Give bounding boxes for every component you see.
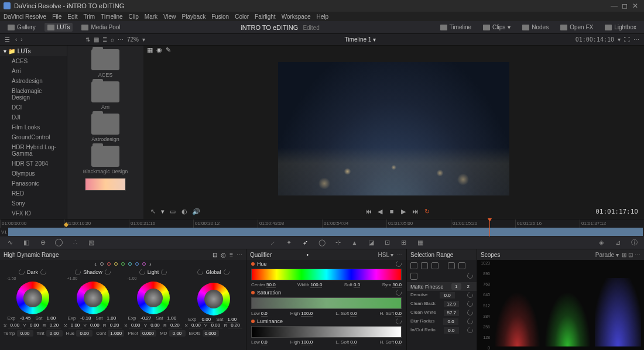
color-wheel[interactable]	[77, 282, 109, 314]
menu-playback[interactable]: Playback	[182, 13, 206, 20]
prev-frame-icon[interactable]: ◀	[376, 208, 383, 215]
split-view-icon[interactable]: ▭	[169, 208, 176, 215]
sat-hsoft[interactable]: 0.0	[395, 311, 402, 317]
wheel-reset-icon[interactable]	[18, 268, 26, 276]
hue-width[interactable]: 100.0	[310, 282, 322, 288]
matte-tab-2[interactable]: 2	[464, 283, 473, 290]
sidebar-item-sony[interactable]: Sony	[0, 198, 67, 208]
sat-high[interactable]: 100.0	[301, 311, 313, 317]
timeline-name[interactable]: Timeline 1 ▾	[150, 36, 571, 43]
color-wheel[interactable]	[137, 282, 170, 314]
rgb-mixer-icon[interactable]: ∴	[71, 239, 79, 247]
sat-reset-icon[interactable]	[395, 289, 403, 297]
curves2-icon[interactable]: ⟋	[269, 239, 277, 247]
tracking-icon[interactable]: ⊹	[334, 239, 342, 247]
scopes-mode[interactable]: Parade	[595, 252, 614, 258]
waveform-icon[interactable]: ⊿	[614, 239, 622, 247]
sidebar-item-groundcontrol[interactable]: GroundControl	[0, 132, 67, 142]
mini-timeline[interactable]: 01:00:00:0001:00:10:2001:00:21:1601:00:3…	[0, 219, 644, 236]
viewer-grid-icon[interactable]: ▦	[147, 46, 153, 54]
thumb-arri[interactable]: Arri	[91, 81, 119, 110]
thumb-astrodesign[interactable]: Astrodesign	[91, 114, 119, 142]
first-frame-icon[interactable]: ⏮	[365, 208, 372, 215]
thumb-blackmagic-design[interactable]: Blackmagic Design	[83, 146, 128, 174]
bofs-value[interactable]: 0.000	[203, 330, 219, 337]
menu-fusion[interactable]: Fusion	[211, 13, 229, 20]
lum-lsoft[interactable]: 0.0	[350, 339, 357, 345]
hue-value[interactable]: 0.00	[76, 330, 93, 337]
sort-icon[interactable]: ⇅	[85, 36, 90, 43]
wheel-reset-icon[interactable]	[138, 268, 146, 276]
close-button[interactable]: ✕	[630, 2, 640, 10]
thumb-aces[interactable]: ACES	[91, 49, 119, 78]
clips-button[interactable]: Clips▾	[480, 23, 513, 32]
pick-tool-icon[interactable]: ↖	[149, 208, 156, 215]
menu-color[interactable]: Color	[235, 13, 249, 20]
menu-view[interactable]: View	[163, 13, 176, 20]
audio-icon[interactable]: 🔊	[193, 208, 200, 215]
sidebar-item-hdr-st-2084[interactable]: HDR ST 2084	[0, 159, 67, 169]
menu-file[interactable]: File	[52, 13, 61, 20]
selection-reset-icon[interactable]	[466, 272, 474, 280]
maximize-button[interactable]: ◻	[619, 2, 630, 10]
key-icon[interactable]: ⊡	[383, 239, 392, 247]
zone-dots[interactable]: ‹›	[0, 260, 246, 268]
menu-edit[interactable]: Edit	[67, 13, 77, 20]
options-icon[interactable]: ⋯	[633, 36, 639, 43]
matte-tab-1[interactable]: 1	[451, 283, 461, 290]
md-value[interactable]: 0.00	[169, 330, 186, 337]
luts-button[interactable]: LUTs	[44, 23, 73, 32]
picker-icon[interactable]	[410, 262, 417, 269]
feather-sub-icon[interactable]	[458, 262, 465, 269]
curves-icon[interactable]: ∿	[6, 239, 14, 247]
lum-bar[interactable]	[251, 326, 402, 338]
hdr-more-icon[interactable]: ⋯	[237, 252, 242, 258]
sat-lsoft[interactable]: 0.0	[350, 311, 357, 317]
warper-icon[interactable]: ✦	[285, 239, 293, 247]
hue-soft[interactable]: 0.0	[354, 282, 360, 288]
gallery-button[interactable]: Gallery	[5, 23, 39, 32]
wheel-reset-icon[interactable]	[197, 268, 205, 276]
nav-back-icon[interactable]: ‹	[15, 36, 17, 43]
viewer-image[interactable]	[143, 54, 644, 204]
hue-bar[interactable]	[251, 269, 402, 280]
pivot-value[interactable]: 0.000	[140, 330, 156, 337]
minimize-button[interactable]: —	[609, 2, 619, 10]
wheel-reset-icon[interactable]	[222, 268, 231, 276]
tint-value[interactable]: 0.00	[46, 330, 63, 337]
sidebar-item-vfx-io[interactable]: VFX IO	[0, 208, 67, 218]
sidebar-item-arri[interactable]: Arri	[0, 66, 67, 76]
menu-trim[interactable]: Trim	[84, 13, 95, 20]
reset-icon[interactable]	[466, 326, 474, 334]
reset-icon[interactable]	[466, 317, 474, 325]
hdr-target-icon[interactable]: ◎	[221, 252, 226, 258]
search-icon[interactable]: ⌕	[111, 36, 114, 43]
qualifier-mode[interactable]: HSL	[378, 252, 389, 258]
menu-fairlight[interactable]: Fairlight	[255, 13, 276, 20]
sidebar-item-film-looks[interactable]: Film Looks	[0, 122, 67, 132]
nodes-button[interactable]: Nodes	[519, 23, 551, 32]
picker-sub-icon[interactable]	[431, 262, 439, 269]
qualifier-icon[interactable]: ➶	[302, 239, 310, 247]
expand-icon[interactable]: ⛶	[624, 36, 630, 43]
color-wheel[interactable]	[197, 283, 230, 315]
wheel-reset-icon[interactable]	[160, 268, 168, 276]
hdr-expand-icon[interactable]: ⊡	[213, 252, 217, 258]
sidebar-item-hdr-hybrid-log-gamma[interactable]: HDR Hybrid Log-Gamma	[0, 142, 67, 159]
grid-view-icon[interactable]: ▦	[94, 36, 99, 43]
sidebar-item-blackmagic-design[interactable]: Blackmagic Design	[0, 86, 67, 102]
sidebar-item-dci[interactable]: DCI	[0, 102, 67, 112]
viewer-marker-icon[interactable]: ◉	[156, 46, 162, 54]
sat-low[interactable]: 0.0	[261, 311, 268, 317]
menu-workspace[interactable]: Workspace	[282, 13, 311, 20]
hue-center[interactable]: 50.0	[266, 282, 276, 288]
hdr-zones-icon[interactable]: ≡	[229, 252, 233, 258]
feather-add-icon[interactable]	[448, 262, 455, 269]
motion-icon[interactable]: ▧	[87, 239, 95, 247]
magic-icon[interactable]: ▲	[351, 239, 359, 247]
reset-icon[interactable]	[466, 300, 474, 308]
sidebar-item-panasonic[interactable]: Panasonic	[0, 179, 67, 188]
sat-bar[interactable]	[251, 297, 402, 309]
more-icon[interactable]: ⋯	[118, 36, 124, 43]
keyframe-icon[interactable]: ◈	[597, 239, 605, 247]
